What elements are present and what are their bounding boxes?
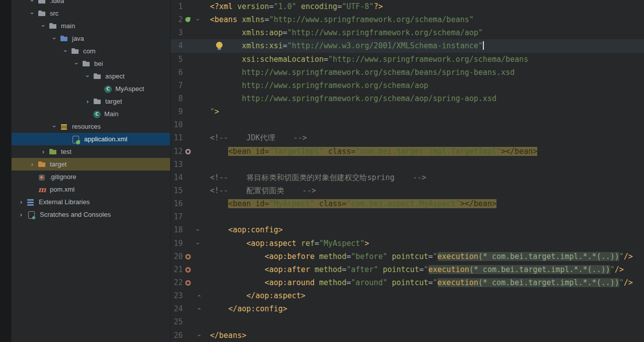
class-icon: C [93, 111, 101, 118]
chevron-right-icon[interactable]: › [16, 211, 27, 218]
fold-close-icon[interactable]: › [192, 291, 205, 300]
bean-gutter-icon[interactable] [185, 267, 191, 273]
chevron-down-icon[interactable]: › [29, 8, 36, 19]
chevron-right-icon[interactable]: › [82, 98, 93, 105]
code-line-8[interactable]: 8 http://www.springframework.org/schema/… [171, 92, 644, 105]
chevron-down-icon[interactable]: › [51, 121, 58, 132]
tree-item-bei[interactable]: ›bei [12, 57, 170, 70]
code-line-18[interactable]: 18› <aop:config> [171, 223, 644, 236]
chevron-down-icon[interactable]: › [73, 58, 81, 69]
code-line-11[interactable]: 11<!-- JDK代理 --> [171, 131, 644, 144]
code-line-25[interactable]: 25 [171, 315, 644, 328]
tree-item-java[interactable]: ›java [12, 32, 170, 45]
line-number[interactable]: 2 [171, 13, 183, 26]
chevron-down-icon[interactable]: › [51, 33, 58, 44]
line-number[interactable]: 9 [171, 105, 183, 118]
line-number[interactable]: 6 [171, 66, 183, 79]
code-line-3[interactable]: 3 xmlns:aop="http://www.springframework.… [171, 26, 644, 39]
line-number[interactable]: 15 [171, 184, 183, 197]
fold-open-icon[interactable]: › [192, 239, 205, 248]
code-line-26[interactable]: 26›</beans> [171, 329, 644, 342]
tree-item-main[interactable]: ›main [12, 20, 170, 32]
line-number[interactable]: 16 [171, 197, 183, 210]
code-line-21[interactable]: 21 <aop:after method="after" pointcut="e… [171, 263, 644, 276]
fold-close-icon[interactable]: › [192, 331, 205, 340]
line-number[interactable]: 21 [171, 263, 183, 276]
chevron-down-icon[interactable]: › [84, 71, 92, 82]
code-line-17[interactable]: 17 [171, 210, 644, 223]
bean-gutter-icon[interactable] [185, 280, 191, 286]
tree-item-scratches-and-consoles[interactable]: ›Scratches and Consoles [12, 208, 170, 221]
code-line-1[interactable]: 1<?xml version="1.0" encoding="UTF-8"?> [171, 0, 644, 13]
tree-item-target[interactable]: ›target [12, 158, 170, 170]
gutter-icon-slot [183, 53, 194, 66]
code-line-13[interactable]: 13 [171, 158, 644, 171]
fold-open-icon[interactable]: › [192, 15, 205, 24]
chevron-down-icon[interactable]: › [29, 0, 36, 7]
tree-item-src[interactable]: ›src [12, 7, 170, 20]
code-line-22[interactable]: 22 <aop:around method="around" pointcut=… [171, 276, 644, 289]
chevron-right-icon[interactable]: › [27, 160, 38, 168]
code-line-14[interactable]: 14<!-- 将目标类和切面类的对象创建权交给spring --> [171, 171, 644, 184]
line-number[interactable]: 24 [171, 302, 183, 315]
line-number[interactable]: 3 [171, 26, 183, 39]
code-line-7[interactable]: 7 http://www.springframework.org/schema/… [171, 79, 644, 92]
line-number[interactable]: 14 [171, 171, 183, 184]
code-line-24[interactable]: 24› </aop:config> [171, 302, 644, 315]
line-number[interactable]: 4 [171, 39, 183, 52]
line-number[interactable]: 22 [171, 276, 183, 289]
chevron-right-icon[interactable]: › [38, 148, 49, 155]
line-number[interactable]: 13 [171, 158, 183, 171]
line-number[interactable]: 8 [171, 92, 183, 105]
code-line-12[interactable]: 12 <bean id="TargetImpl" class="com.bei.… [171, 145, 644, 158]
code-line-9[interactable]: 9"> [171, 105, 644, 118]
line-number[interactable]: 10 [171, 118, 183, 131]
code-line-23[interactable]: 23› </aop:aspect> [171, 289, 644, 302]
bean-gutter-icon[interactable] [185, 254, 191, 260]
line-number[interactable]: 26 [171, 329, 183, 342]
line-number[interactable]: 19 [171, 237, 183, 250]
tree-item-pom-xml[interactable]: ›mpom.xml [12, 183, 170, 196]
code-line-10[interactable]: 10 [171, 118, 644, 131]
tree-item-application-xml[interactable]: ›application.xml [12, 133, 170, 145]
code-line-16[interactable]: 16 <bean id="MyAspect" class="com.bei.as… [171, 197, 644, 210]
code-line-20[interactable]: 20 <aop:before method="before" pointcut=… [171, 250, 644, 263]
code-line-15[interactable]: 15<!-- 配置切面类 --> [171, 184, 644, 197]
tree-item-test[interactable]: ›test [12, 145, 170, 158]
tree-item--gitignore[interactable]: ›.gitignore [12, 170, 170, 183]
bean-gutter-icon[interactable] [185, 149, 191, 154]
line-number[interactable]: 23 [171, 289, 183, 302]
tree-item-myaspect[interactable]: ›CMyAspect [12, 82, 170, 95]
editor[interactable]: 1<?xml version="1.0" encoding="UTF-8"?>2… [170, 0, 644, 342]
fold-close-icon[interactable]: › [192, 304, 205, 313]
tree-item-main[interactable]: ›CMain [12, 108, 170, 120]
tree-item-external-libraries[interactable]: ›External Libraries [12, 196, 170, 208]
line-number[interactable]: 17 [171, 210, 183, 223]
chevron-right-icon[interactable]: › [16, 198, 27, 206]
code-line-4[interactable]: 4 xmlns:xsi="http://www.w3.org/2001/XMLS… [171, 39, 644, 52]
tool-window-stripe[interactable] [0, 0, 12, 342]
tree-item--idea[interactable]: ›.idea [12, 0, 170, 7]
line-number[interactable]: 20 [171, 250, 183, 263]
line-number[interactable]: 25 [171, 315, 183, 328]
fold-slot [194, 105, 203, 118]
tree-item-com[interactable]: ›com [12, 45, 170, 57]
line-number[interactable]: 1 [171, 0, 183, 13]
tree-item-target[interactable]: ›target [12, 95, 170, 108]
fold-open-icon[interactable]: › [192, 225, 205, 234]
tree-item-aspect[interactable]: ›aspect [12, 70, 170, 82]
line-number[interactable]: 12 [171, 145, 183, 158]
line-number[interactable]: 5 [171, 53, 183, 66]
line-number[interactable]: 18 [171, 223, 183, 236]
tree-item-resources[interactable]: ›resources [12, 120, 170, 133]
code-line-2[interactable]: 2›<beans xmlns="http://www.springframewo… [171, 13, 644, 26]
code-line-19[interactable]: 19› <aop:aspect ref="MyAspect"> [171, 237, 644, 250]
spring-gutter-icon[interactable] [185, 17, 190, 22]
code-line-6[interactable]: 6 http://www.springframework.org/schema/… [171, 66, 644, 79]
line-number[interactable]: 11 [171, 131, 183, 144]
line-number[interactable]: 7 [171, 79, 183, 92]
code-line-5[interactable]: 5 xsi:schemaLocation="http://www.springf… [171, 53, 644, 66]
chevron-down-icon[interactable]: › [40, 21, 47, 32]
chevron-down-icon[interactable]: › [62, 46, 69, 57]
scratch-icon [28, 211, 35, 219]
